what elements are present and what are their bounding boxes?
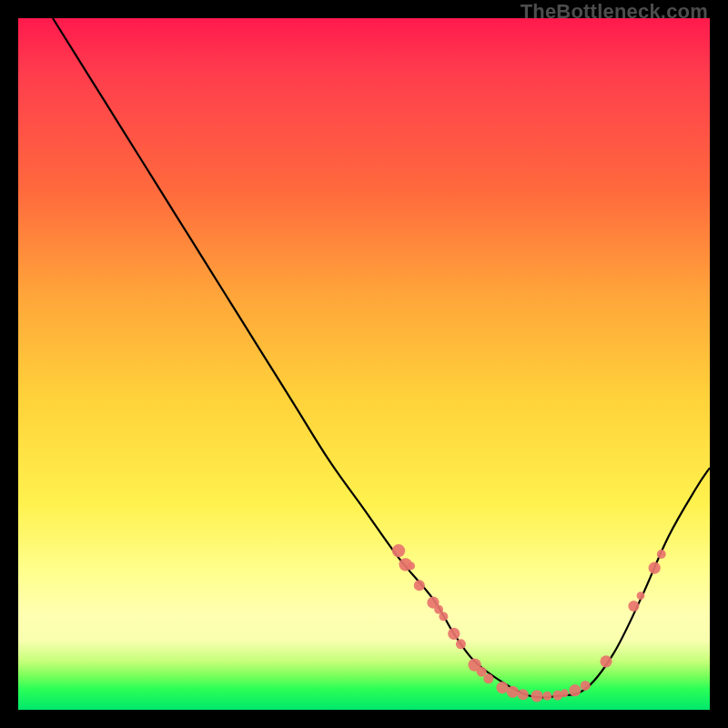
curve-marker (414, 580, 425, 591)
curve-marker (600, 655, 612, 667)
bottleneck-curve (53, 18, 710, 697)
curve-marker (581, 681, 591, 691)
curve-marker (531, 690, 542, 702)
curve-marker (561, 689, 569, 697)
curve-marker (496, 682, 508, 693)
curve-marker (649, 562, 661, 574)
curve-marker (657, 550, 666, 559)
curve-marker (518, 689, 529, 700)
curve-marker (448, 628, 460, 640)
curve-marker (456, 639, 466, 649)
curve-layer (18, 18, 710, 710)
curve-marker (439, 612, 448, 621)
chart-frame (18, 18, 710, 710)
curve-marker (542, 692, 551, 701)
curve-marker (483, 673, 493, 683)
curve-markers (392, 544, 666, 702)
watermark-text: TheBottleneck.com (521, 0, 708, 24)
curve-marker (569, 684, 581, 696)
curve-marker (628, 601, 639, 612)
curve-marker (407, 562, 415, 571)
curve-marker (637, 592, 645, 600)
curve-marker (507, 686, 519, 698)
curve-marker (392, 544, 405, 557)
